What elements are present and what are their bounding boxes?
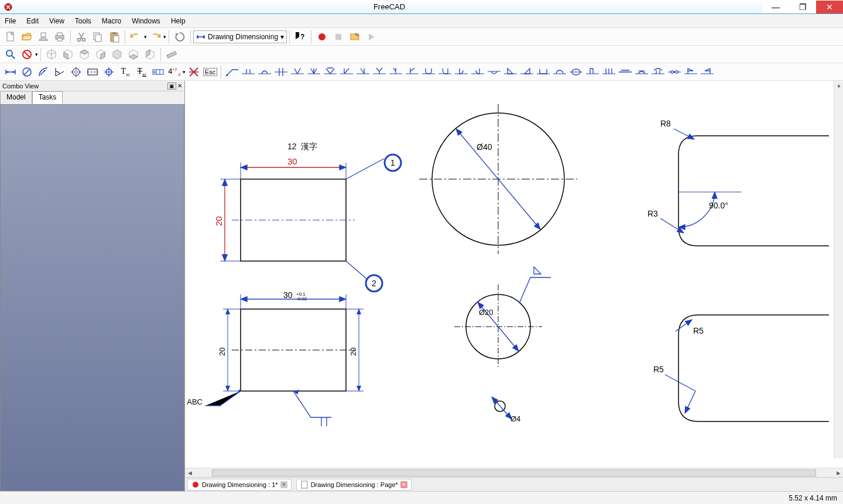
bottom-icon[interactable] [126, 47, 141, 62]
minimize-button[interactable]: — [762, 1, 789, 13]
copy-icon[interactable] [90, 29, 105, 44]
menu-windows[interactable]: Windows [132, 17, 160, 25]
panel-close-icon[interactable]: ✕ [177, 83, 182, 90]
weld-scarf-icon[interactable] [256, 65, 273, 79]
weld-bevel2-icon[interactable] [355, 65, 371, 79]
weld-square-icon[interactable] [240, 65, 256, 79]
weld-u-icon[interactable] [420, 65, 437, 79]
text-edit-icon[interactable]: Txt [134, 64, 149, 80]
right-icon[interactable] [93, 47, 108, 62]
circle-dim-icon[interactable] [19, 64, 35, 80]
tolerance-add-icon[interactable]: 4+2-0 [167, 64, 182, 80]
weld-flat-icon[interactable] [617, 65, 633, 79]
delete-dim-icon[interactable] [186, 64, 201, 80]
weld-j2-icon[interactable] [470, 65, 486, 79]
tab-model[interactable]: Model [0, 91, 32, 104]
print-icon[interactable] [52, 29, 67, 44]
weld-y2-icon[interactable] [388, 65, 404, 79]
iso-icon[interactable] [44, 47, 59, 62]
weld-y-icon[interactable] [371, 65, 388, 79]
weld-v-broad-icon[interactable] [322, 65, 338, 79]
maximize-button[interactable]: ❐ [789, 1, 816, 13]
weld-v-icon[interactable] [289, 65, 306, 79]
text-icon[interactable]: Txt [118, 64, 133, 80]
tolerance-frame-icon[interactable] [150, 64, 166, 80]
escape-icon[interactable]: Esc [203, 64, 218, 80]
weld-j-icon[interactable] [453, 65, 470, 79]
play-icon[interactable] [364, 29, 379, 44]
menu-tools[interactable]: Tools [75, 17, 91, 25]
tab-tasks[interactable]: Tasks [32, 91, 63, 104]
weld-flag-icon[interactable] [683, 65, 699, 79]
front-icon[interactable] [60, 47, 76, 62]
linear-dim-icon[interactable] [3, 64, 18, 80]
record-icon[interactable] [314, 29, 330, 44]
radius-dim-icon[interactable] [36, 64, 51, 80]
weld-spot-icon[interactable] [551, 65, 568, 79]
weld-v-line-icon[interactable] [306, 65, 322, 79]
close-tab-icon[interactable]: ✕ [280, 481, 287, 488]
rear-icon[interactable] [109, 47, 125, 62]
weld-parallel-icon[interactable] [273, 65, 289, 79]
center-circle-icon[interactable] [101, 64, 116, 80]
forbid-dropdown[interactable]: ▾ [35, 52, 38, 57]
weld-bevel-icon[interactable] [338, 65, 355, 79]
horizontal-scrollbar[interactable]: ◀ ▶ [185, 468, 843, 477]
weld-halfy-icon[interactable] [404, 65, 420, 79]
undo-icon[interactable] [128, 29, 143, 44]
close-button[interactable]: ✕ [816, 1, 843, 13]
doc-tab-2[interactable]: Drawing Dimensioning : Page* ✕ [296, 479, 412, 491]
center-mark-icon[interactable] [68, 64, 84, 80]
forbid-icon[interactable] [19, 47, 35, 62]
cut-icon[interactable] [74, 29, 89, 44]
menu-file[interactable]: File [5, 17, 16, 25]
weld-vbar-icon[interactable] [584, 65, 601, 79]
weld-arrow-icon[interactable] [224, 65, 240, 79]
circle-20: Ø20 [454, 267, 551, 369]
whats-this-icon[interactable]: ? [293, 29, 308, 44]
weld-convex-icon[interactable] [633, 65, 650, 79]
weld-seam-icon[interactable] [568, 65, 584, 79]
dimension-icon [196, 32, 205, 42]
drawing-canvas[interactable]: 30 20 12 漢字 1 2 [185, 81, 843, 468]
macro-edit-icon[interactable] [347, 29, 362, 44]
weld-fillet-icon[interactable] [502, 65, 519, 79]
svg-text:R5: R5 [653, 365, 664, 374]
menu-macro[interactable]: Macro [102, 17, 121, 25]
weld-infinity-icon[interactable] [666, 65, 683, 79]
weld-mush-icon[interactable] [650, 65, 666, 79]
paste-icon[interactable] [107, 29, 122, 44]
zoom-fit-icon[interactable] [3, 47, 18, 62]
weld-plug-icon[interactable] [535, 65, 551, 79]
combo-view-title: Combo View [2, 83, 39, 90]
left-icon[interactable] [142, 47, 157, 62]
save-icon[interactable] [36, 29, 51, 44]
weld-back-icon[interactable] [486, 65, 502, 79]
vertical-scrollbar[interactable]: ▲ [834, 81, 843, 458]
workbench-selector[interactable]: Drawing Dimensioning ▾ [193, 30, 287, 43]
weld-triple-icon[interactable] [601, 65, 617, 79]
redo-dropdown[interactable]: ▾ [163, 34, 166, 40]
new-icon[interactable] [3, 29, 18, 44]
refresh-icon[interactable] [172, 29, 187, 44]
menu-edit[interactable]: Edit [26, 17, 39, 25]
centerline-icon[interactable] [85, 64, 100, 80]
menu-view[interactable]: View [49, 17, 64, 25]
close-tab-icon[interactable]: ✕ [400, 481, 407, 488]
doc-tab-1[interactable]: Drawing Dimensioning : 1* ✕ [187, 479, 292, 491]
top-icon[interactable] [77, 47, 92, 62]
panel-float-icon[interactable]: ▣ [167, 83, 176, 90]
svg-point-25 [154, 71, 156, 73]
stop-icon[interactable] [331, 29, 346, 44]
open-icon[interactable] [19, 29, 35, 44]
weld-u2-icon[interactable] [437, 65, 453, 79]
tolerance-dropdown[interactable]: ▾ [183, 69, 186, 75]
redo-icon[interactable] [148, 29, 163, 44]
measure-icon[interactable] [164, 47, 179, 62]
angle-dim-icon[interactable] [52, 64, 67, 80]
undo-dropdown[interactable]: ▾ [144, 34, 147, 40]
weld-fillet2-icon[interactable] [519, 65, 535, 79]
weld-flag2-icon[interactable] [699, 65, 715, 79]
window-title: FreeCAD [16, 2, 762, 11]
menu-help[interactable]: Help [171, 17, 186, 25]
